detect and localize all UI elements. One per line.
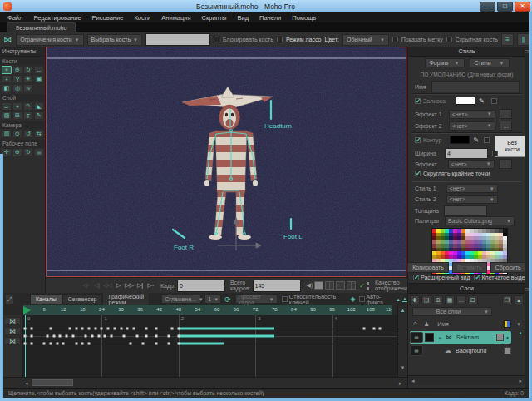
scroll-up-icon[interactable]: ▴ — [398, 305, 407, 314]
maximize-button[interactable]: □ — [497, 2, 513, 12]
bone-translation-track-key-28[interactable] — [113, 328, 116, 330]
menu-панели[interactable]: Панели — [259, 14, 281, 22]
styles-button[interactable]: Стили▼ — [470, 58, 510, 67]
bone-scale-track-key-20[interactable] — [88, 343, 91, 345]
add-layer-tool-icon[interactable]: + — [12, 102, 22, 111]
round-caps-checkbox[interactable] — [415, 171, 421, 176]
stroke-checkbox[interactable] — [415, 137, 421, 143]
bone-rotation-track-key-13[interactable] — [66, 335, 68, 338]
layer-color-chip[interactable] — [504, 347, 511, 354]
layers-scroll-right-icon[interactable]: ▸ — [519, 376, 522, 385]
add-bone-tool-icon[interactable]: + — [2, 75, 12, 83]
lasso-mode-checkbox[interactable] — [277, 37, 283, 42]
fill-color-swatch[interactable] — [456, 97, 475, 105]
bone-translation-track-key-16[interactable] — [75, 328, 77, 330]
bone-scale-track-key-8[interactable] — [49, 343, 52, 345]
select-region-icon[interactable] — [367, 282, 369, 290]
select-bone-button[interactable]: Выбрать кость▼ — [87, 34, 142, 46]
layer-select-checkbox[interactable] — [425, 333, 434, 342]
rotate-layer-tool-icon[interactable]: ↷ — [23, 102, 33, 111]
bone-rotation-track-key-11[interactable] — [59, 335, 62, 338]
bone-translation-track-key-111[interactable] — [379, 328, 382, 330]
bone-rotation-track-key-23[interactable] — [97, 335, 100, 338]
bone-scale-track-key-37[interactable] — [142, 343, 145, 345]
next-keyframe-button[interactable]: ▷| — [135, 281, 145, 290]
zoom-keys-in-icon[interactable]: ▲ — [396, 297, 401, 302]
bake-bone-tool-icon[interactable]: ◎ — [12, 84, 22, 92]
track-camera-tool-icon[interactable]: ▥ — [2, 130, 12, 138]
style-name-input[interactable] — [431, 81, 520, 92]
menu-помощь[interactable]: Помощь — [292, 14, 316, 22]
reset-palette-button[interactable]: Сбросить — [490, 262, 526, 273]
scroll-right-icon[interactable]: ▸ — [399, 379, 402, 388]
shapes-button[interactable]: Формы▼ — [425, 58, 465, 67]
bone-rotation-track-selected-segment[interactable] — [179, 335, 275, 338]
transform-layer-tool-icon[interactable]: ▱ — [2, 102, 12, 111]
bone-rotation-track-key-0[interactable] — [24, 335, 27, 338]
bone-nav-toggle-icon[interactable]: ∥ — [517, 33, 530, 46]
zoom-camera-tool-icon[interactable]: ⊙ — [12, 130, 22, 138]
thickness-input[interactable] — [444, 205, 487, 216]
jump-start-button[interactable]: ◁◦ — [81, 281, 91, 290]
chevron-down-icon[interactable]: ▼ — [505, 335, 510, 340]
menu-вид[interactable]: Вид — [237, 14, 249, 22]
fill-checkbox[interactable] — [415, 98, 421, 104]
zoom-workspace-tool-icon[interactable]: ⊕ — [12, 148, 22, 156]
bone-dynamics-tool-icon[interactable]: ∿ — [23, 84, 33, 92]
checkered-selection-checkbox[interactable] — [474, 275, 480, 280]
bone-translation-track-key-32[interactable] — [126, 328, 129, 330]
layer-options-button[interactable]: … — [456, 295, 466, 304]
palette-dropdown[interactable]: Basic Colors.png▼ — [445, 216, 515, 225]
bone-rotation-track-key-15[interactable] — [71, 335, 74, 338]
enable-drawing-check-icon[interactable]: ✓ — [359, 282, 365, 290]
bone-translation-track-key-20[interactable] — [88, 328, 91, 330]
bone-translation-track-key-34[interactable] — [132, 328, 135, 330]
bone-name-input[interactable] — [145, 33, 210, 46]
step-forward-button[interactable]: ▷▷ — [125, 281, 134, 290]
shield-icon[interactable]: ◈ — [350, 295, 355, 303]
bone-scale-track-key-18[interactable] — [81, 343, 84, 345]
bone-rotation-track-key-9[interactable] — [52, 335, 55, 338]
menu-анимация[interactable]: Анимация — [161, 14, 190, 22]
step-back-button[interactable]: ◁◁ — [103, 281, 112, 290]
bone-translation-track-key-48[interactable] — [177, 328, 180, 330]
layers-scroll-left-icon[interactable]: ◂ — [411, 376, 415, 385]
bone-scale-track-key-45[interactable] — [168, 343, 170, 345]
show-label-checkbox[interactable] — [392, 37, 398, 42]
bone-rotation-track-key-25[interactable] — [104, 335, 106, 338]
timeline-tab-Секвенсер[interactable]: Секвенсер — [62, 294, 103, 304]
display-quality-dropdown[interactable]: Качество отображения — [375, 280, 411, 291]
bone-shading-toggle-icon[interactable]: ≡ — [501, 33, 514, 46]
extended-view-checkbox[interactable] — [413, 275, 419, 280]
scrollbar-thumb[interactable] — [32, 379, 73, 386]
canvas-viewport[interactable]: Headturn Foot R Foot L — [46, 47, 406, 277]
orbit-workspace-tool-icon[interactable]: ∞ — [34, 148, 44, 156]
rotate-bone-tool-icon[interactable]: ↻ — [23, 66, 33, 74]
view-layout-split-h-button[interactable] — [336, 281, 345, 290]
paste-palette-button[interactable]: Вставить — [452, 262, 487, 273]
bone-scale-track-key-16[interactable] — [75, 343, 77, 345]
bone-rotation-track-key-38[interactable] — [145, 335, 148, 338]
layer-color-chip[interactable] — [496, 334, 504, 341]
effect2-options-button[interactable]: ... — [500, 121, 513, 131]
shear-layer-tool-icon[interactable]: ◣ — [34, 102, 44, 111]
current-frame-input[interactable] — [177, 280, 225, 292]
bone-scale-track-key-33[interactable] — [130, 343, 132, 345]
roll-camera-tool-icon[interactable]: ↺ — [23, 130, 33, 138]
prev-keyframe-button[interactable]: ◁| — [92, 281, 101, 290]
copy-palette-button[interactable]: Копировать — [407, 262, 449, 273]
bone-scale-track-key-41[interactable] — [155, 343, 157, 345]
bone-translation-track-key-22[interactable] — [94, 328, 96, 330]
menu-файл[interactable]: Файл — [7, 14, 22, 22]
minimize-button[interactable]: – — [480, 2, 495, 12]
effect1-dropdown[interactable]: <нет>▼ — [449, 110, 495, 119]
style2-dropdown[interactable]: <нет>▼ — [446, 195, 498, 204]
bone-translation-track-key-26[interactable] — [107, 328, 110, 330]
width-extra-checkbox[interactable] — [492, 151, 498, 156]
duplicate-layer-button[interactable]: ⊞ — [433, 295, 443, 304]
flip-layer-tool-icon[interactable]: ▨ — [2, 111, 12, 120]
offset-bone-tool-icon[interactable]: ◧ — [2, 84, 12, 92]
reparent-bone-tool-icon[interactable]: Y — [12, 75, 22, 83]
timeline-horizontal-scrollbar[interactable]: ◂ ▸ — [3, 377, 407, 388]
bone-rotation-track-key-41[interactable] — [155, 335, 157, 338]
